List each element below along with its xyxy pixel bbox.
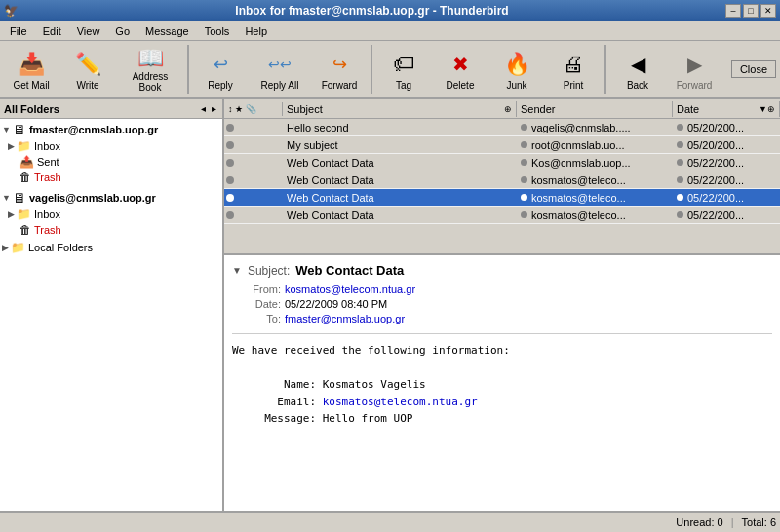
email-row[interactable]: Web Contact Datakosmatos@teleco...05/22/… [224,189,780,207]
menu-item-tools[interactable]: Tools [197,23,238,39]
subject-label: Subject: [248,264,290,278]
email-sender-cell: Kos@cnmslab.uop... [517,157,673,169]
sender-dot [521,194,527,201]
forward-nav-icon: ▶ [679,49,710,80]
email-row[interactable]: Web Contact Datakosmatos@teleco...05/22/… [224,207,780,224]
email-row[interactable]: My subjectroot@cnmslab.uo...05/20/200... [224,136,780,154]
email-subject-cell: Hello second [283,122,517,133]
sidebar-header: All Folders ◂ ▸ [0,99,222,119]
sidebar-prev-arrow[interactable]: ◂ [199,103,208,114]
account-vagelis-row[interactable]: ▼ 🖥 vagelis@cnmslab.uop.gr [0,189,222,207]
email-icons-cell [224,176,283,184]
email-area: ↕ ★ 📎 Subject ⊕ Sender Date ▼⊕ Hello sec… [224,99,780,511]
email-subject-cell: Web Contact Data [283,192,517,204]
reply-all-button[interactable]: ↩↩ Reply All [250,43,310,95]
close-toolbar-button[interactable]: Close [731,60,776,78]
email-list: Hello secondvagelis@cnmslab.....05/20/20… [224,119,780,255]
sidebar-item-sent-fmaster[interactable]: 📤 Sent [0,154,222,170]
email-subject-cell: Web Contact Data [283,174,517,186]
email-body: We have received the following informati… [232,342,772,428]
forward-nav-button[interactable]: ▶ Forward [667,43,722,95]
delete-button[interactable]: ✖ Delete [433,43,488,95]
toolbar: 📥 Get Mail ✏️ Write 📖 Address Book ↩ Rep… [0,41,780,99]
email-sender-text: kosmatos@teleco... [531,209,626,221]
collapse-button[interactable]: ▼ [232,265,242,276]
forward-button[interactable]: ↪ Forward [312,43,367,95]
email-subject-cell: Web Contact Data [283,157,517,169]
tag-button[interactable]: 🏷 Tag [376,43,431,95]
print-icon: 🖨 [558,49,589,80]
menu-item-go[interactable]: Go [107,23,137,39]
sidebar-item-inbox-fmaster[interactable]: ▶ 📁 Inbox [0,138,222,154]
email-status-dot [226,124,234,132]
inbox-vagelis-label: Inbox [34,209,60,220]
email-list-header: ↕ ★ 📎 Subject ⊕ Sender Date ▼⊕ [224,99,780,119]
reply-button[interactable]: ↩ Reply [193,43,248,95]
col-header-subject[interactable]: Subject ⊕ [283,101,517,117]
title-bar-text: Inbox for fmaster@cnmslab.uop.gr - Thund… [235,4,508,18]
menu-item-message[interactable]: Message [137,23,197,39]
col-header-date[interactable]: Date ▼⊕ [673,101,780,117]
email-date-text: 05/20/200... [687,122,744,133]
get-mail-button[interactable]: 📥 Get Mail [4,43,58,95]
email-sender-text: root@cnmslab.uo... [531,139,625,151]
body-email-link[interactable]: kosmatos@telecom.ntua.gr [323,396,478,408]
col-header-icons[interactable]: ↕ ★ 📎 [224,102,283,116]
col-header-sender[interactable]: Sender [517,101,673,117]
sidebar-item-trash-fmaster[interactable]: 🗑 Trash [0,170,222,185]
menu-item-view[interactable]: View [69,23,108,39]
menu-item-help[interactable]: Help [237,23,275,39]
email-row[interactable]: Web Contact DataKos@cnmslab.uop...05/22/… [224,154,780,171]
email-date-text: 05/22/200... [687,174,744,186]
email-subject-title: ▼ Subject: Web Contact Data [232,263,772,278]
junk-button[interactable]: 🔥 Junk [489,43,544,95]
maximize-button[interactable]: □ [743,4,759,18]
email-subject-cell: Web Contact Data [283,209,517,221]
email-status-dot [226,159,234,167]
sender-dot [521,176,527,183]
minimize-button[interactable]: – [725,4,741,18]
menu-bar: FileEditViewGoMessageToolsHelp [0,21,780,41]
email-date-value: 05/22/2009 08:40 PM [285,298,387,310]
back-button[interactable]: ◀ Back [610,43,665,95]
account-fmaster-row[interactable]: ▼ 🖥 fmaster@cnmslab.uop.gr [0,121,222,138]
get-mail-icon: 📥 [16,49,47,80]
email-icons-cell [224,141,283,149]
email-date-cell: 05/22/200... [673,192,780,204]
all-folders-label: All Folders [4,103,59,115]
sender-dot [521,211,527,218]
date-label: Date: [232,298,281,310]
date-dot [677,211,683,218]
toolbar-separator-1 [187,45,189,94]
email-to-row: To: fmaster@cnmslab.uop.gr [232,313,772,324]
toolbar-separator-2 [370,45,372,94]
sort-icon: ⊕ [504,104,512,114]
sidebar-item-inbox-vagelis[interactable]: ▶ 📁 Inbox [0,207,222,222]
expand-inbox-vagelis-icon: ▶ [8,209,15,219]
account-fmaster: ▼ 🖥 fmaster@cnmslab.uop.gr ▶ 📁 Inbox 📤 S… [0,119,222,187]
to-link[interactable]: fmaster@cnmslab.uop.gr [285,313,405,324]
email-icons-cell [224,211,283,219]
email-row[interactable]: Web Contact Datakosmatos@teleco...05/22/… [224,171,780,189]
menu-item-file[interactable]: File [2,23,35,39]
sidebar-item-local-folders[interactable]: ▶ 📁 Local Folders [0,240,222,255]
menu-item-edit[interactable]: Edit [35,23,69,39]
sidebar-navigation: ◂ ▸ [199,103,218,114]
email-row[interactable]: Hello secondvagelis@cnmslab.....05/20/20… [224,119,780,136]
email-date-text: 05/20/200... [687,139,744,151]
from-link[interactable]: kosmatos@telecom.ntua.gr [285,284,415,295]
inbox-folder-icon: 📁 [17,139,31,153]
sidebar-item-trash-vagelis[interactable]: 🗑 Trash [0,222,222,238]
print-button[interactable]: 🖨 Print [546,43,601,95]
forward-icon: ↪ [324,49,355,80]
date-dot [677,124,683,131]
email-sender-cell: root@cnmslab.uo... [517,139,673,151]
inbox-fmaster-label: Inbox [34,140,60,152]
toolbar-separator-3 [604,45,606,94]
sender-dot [521,159,527,166]
write-button[interactable]: ✏️ Write [60,43,115,95]
sidebar-next-arrow[interactable]: ▸ [210,103,218,114]
close-button[interactable]: ✕ [760,4,776,18]
email-date-cell: 05/20/200... [673,122,780,133]
address-book-button[interactable]: 📖 Address Book [117,43,183,95]
